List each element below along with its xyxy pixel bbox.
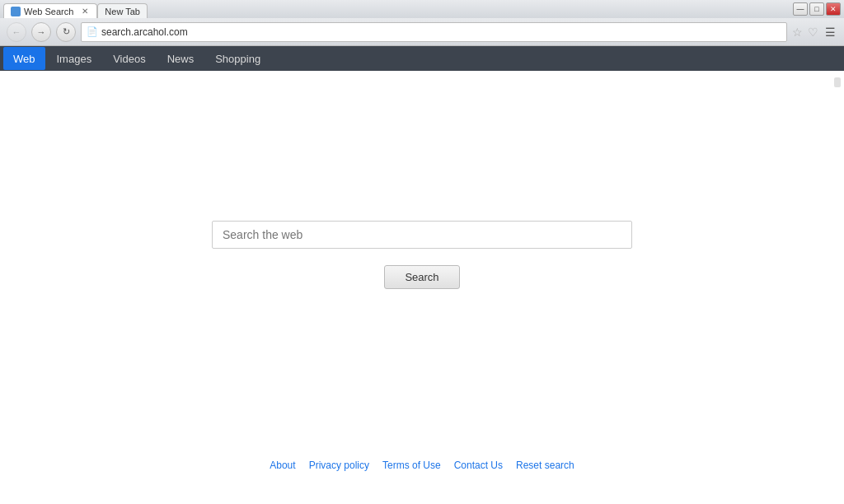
back-button[interactable]: ← (7, 22, 26, 42)
browser-tab-inactive[interactable]: New Tab (97, 3, 148, 18)
menu-icon[interactable]: ☰ (823, 26, 837, 39)
reset-search-link[interactable]: Reset search (516, 460, 574, 471)
footer-links: About Privacy policy Terms of Use Contac… (270, 460, 574, 471)
refresh-button[interactable]: ↻ (56, 22, 76, 42)
heart-icon[interactable]: ♡ (808, 26, 818, 39)
tab-close-button[interactable]: ✕ (80, 7, 90, 16)
browser-tab-active[interactable]: Web Search ✕ (3, 3, 97, 18)
window-controls: — □ ✕ (793, 2, 841, 16)
address-text: search.arcahol.com (101, 26, 781, 38)
minimize-button[interactable]: — (793, 2, 808, 16)
tab-bar: Web Search ✕ New Tab (3, 0, 783, 18)
nav-tab-web[interactable]: Web (3, 47, 45, 70)
search-container: Search (212, 221, 632, 289)
tab-favicon (11, 7, 21, 16)
browser-window: Web Search ✕ New Tab — □ ✕ ← → ↻ 📄 searc… (0, 0, 844, 504)
forward-button[interactable]: → (31, 22, 51, 42)
privacy-link[interactable]: Privacy policy (309, 460, 369, 471)
contact-link[interactable]: Contact Us (454, 460, 503, 471)
nav-tab-news[interactable]: News (157, 47, 204, 70)
search-button[interactable]: Search (384, 265, 459, 289)
search-input[interactable] (212, 221, 632, 249)
about-link[interactable]: About (270, 460, 295, 471)
main-content: Search About Privacy policy Terms of Use… (0, 71, 844, 504)
maximize-button[interactable]: □ (809, 2, 824, 16)
title-bar: Web Search ✕ New Tab — □ ✕ (0, 0, 844, 18)
tab-title-inactive: New Tab (105, 7, 140, 16)
address-bar[interactable]: 📄 search.arcahol.com (81, 22, 787, 42)
nav-tab-images[interactable]: Images (47, 47, 102, 70)
nav-tab-shopping[interactable]: Shopping (205, 47, 270, 70)
scrollbar-thumb (834, 77, 841, 87)
nav-tab-videos[interactable]: Videos (103, 47, 156, 70)
nav-tabs: Web Images Videos News Shopping (0, 46, 844, 71)
tab-title-active: Web Search (24, 7, 73, 16)
address-bar-row: ← → ↻ 📄 search.arcahol.com ☆ ♡ ☰ (0, 18, 844, 46)
terms-link[interactable]: Terms of Use (382, 460, 441, 471)
page-icon: 📄 (87, 26, 98, 37)
bookmark-icon[interactable]: ☆ (792, 26, 803, 39)
close-button[interactable]: ✕ (826, 2, 841, 16)
